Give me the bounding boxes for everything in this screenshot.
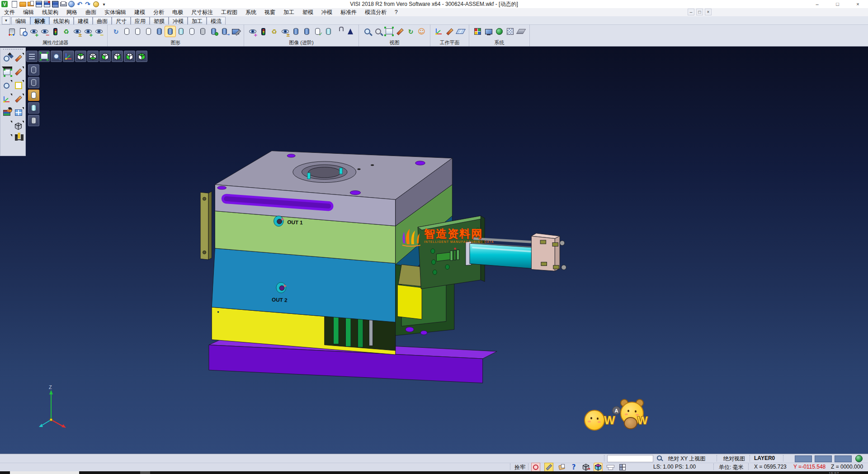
axes-arrows-icon[interactable] [1, 94, 12, 104]
cyl-pale-icon[interactable] [29, 103, 38, 113]
mdi-close-button[interactable]: × [705, 9, 712, 15]
cyl-copy-icon[interactable] [219, 26, 230, 37]
magnifier-speed3-button[interactable] [51, 51, 62, 62]
search-icon[interactable] [656, 455, 663, 461]
magnifier-speed3-icon[interactable] [52, 52, 61, 61]
pencil-line-icon[interactable] [395, 26, 405, 37]
wrench-screen-icon[interactable] [230, 26, 241, 37]
quick-search-input[interactable] [607, 455, 653, 462]
magnifier-speed-icon[interactable] [362, 26, 373, 37]
doc-search-icon[interactable] [18, 26, 28, 37]
refresh-blue-icon[interactable] [1, 121, 12, 132]
zoom-pm-icon[interactable] [1, 80, 12, 91]
menu-item[interactable]: 工程图 [217, 9, 241, 16]
window-tile-icon[interactable] [618, 463, 627, 471]
cyl-wire-b-icon[interactable] [29, 78, 38, 87]
cyl-green-pair-icon[interactable] [208, 26, 219, 37]
cyl-shaded-sel-icon[interactable] [29, 90, 38, 100]
menu-item[interactable]: 网格 [62, 9, 81, 16]
help-blue-icon[interactable] [570, 463, 578, 471]
traffic-light-b-icon[interactable] [258, 26, 269, 37]
menu-item[interactable]: 系统 [241, 9, 260, 16]
cube-iso-button[interactable] [136, 51, 147, 62]
cube-right-icon[interactable] [113, 52, 122, 61]
cube-bottom-icon[interactable] [88, 52, 98, 61]
globe-icon[interactable] [855, 455, 863, 462]
lock-toggle[interactable]: 拴牢 [514, 464, 525, 471]
menu-item[interactable]: 曲面 [81, 9, 100, 16]
pencil-walk-icon[interactable] [444, 26, 455, 37]
color-swatch[interactable] [795, 455, 812, 462]
wand-icon[interactable] [544, 463, 553, 472]
clip-cyl-icon[interactable] [334, 26, 344, 37]
dim-bar-icon[interactable] [13, 134, 24, 145]
shirt-icon[interactable] [606, 463, 614, 471]
tab-dropdown-button[interactable]: ▼ [2, 16, 10, 24]
eye-minus-yellow-icon[interactable] [94, 26, 104, 37]
pixel-grid-icon[interactable] [505, 26, 515, 37]
cyl-wire-b-button[interactable] [28, 77, 39, 88]
gold-clock-icon[interactable] [92, 0, 99, 8]
cyl-outline-c-icon[interactable] [143, 26, 154, 37]
palette-grip[interactable] [3, 49, 23, 52]
slant-plane-icon[interactable] [516, 26, 526, 37]
hand-card-icon[interactable] [557, 463, 566, 471]
question-mark-icon[interactable] [1, 134, 12, 145]
fit-rect3-button[interactable] [38, 51, 50, 62]
cyl-shaded-sel-button[interactable] [28, 90, 39, 101]
maximize-button[interactable]: □ [827, 0, 848, 8]
menu-item[interactable]: 标准件 [336, 9, 361, 16]
cube-gray-icon[interactable] [13, 121, 24, 132]
menu-item[interactable]: 加工 [279, 9, 298, 16]
save-icon[interactable] [35, 0, 42, 8]
fit-rect2-icon[interactable] [1, 66, 12, 77]
mdi-restore-button[interactable]: □ [696, 9, 703, 15]
cyl-wire-a-button[interactable] [28, 64, 39, 76]
cyl-wire-a-icon[interactable] [29, 65, 38, 75]
units-indicator[interactable]: 单位: 毫米 [719, 464, 744, 471]
cyl-cyan-icon[interactable] [176, 26, 186, 37]
menu-item[interactable]: 电极 [168, 9, 187, 16]
toolbar-tab[interactable]: 塑膜 [150, 17, 169, 24]
menu-bars-icon[interactable] [27, 52, 37, 61]
save-red-icon[interactable] [43, 0, 51, 8]
axes-compass-icon[interactable] [434, 26, 444, 37]
curve-pencil-icon[interactable] [13, 94, 24, 104]
smiley-icon[interactable] [416, 26, 427, 37]
cube-front-button[interactable] [99, 51, 111, 62]
menu-item[interactable]: 视窗 [260, 9, 279, 16]
cyl-dark-a-icon[interactable] [291, 26, 301, 37]
cyl-blue-sel-icon[interactable] [165, 26, 175, 37]
redo-icon[interactable] [84, 0, 91, 8]
cyl-blue-icon[interactable] [154, 26, 165, 37]
toolbar-tab[interactable]: 模流 [207, 17, 226, 24]
print-icon[interactable] [60, 0, 67, 8]
cyl-dark-b-icon[interactable] [302, 26, 312, 37]
globe-icon[interactable] [494, 26, 505, 37]
recycle-yellow-icon[interactable] [269, 26, 279, 37]
axes-triad-icon[interactable] [64, 52, 73, 61]
open-folder-icon[interactable] [19, 0, 26, 8]
pencil-s-icon[interactable] [13, 66, 24, 77]
fit-rect-icon[interactable] [384, 26, 394, 37]
window-blue-icon[interactable] [13, 107, 24, 118]
mdi-minimize-button[interactable]: – [688, 9, 694, 15]
traffic-light-icon[interactable] [50, 26, 61, 37]
menu-bars-button[interactable] [26, 51, 38, 62]
trash-brush-icon[interactable] [7, 26, 17, 37]
eye-pm-b-icon[interactable] [280, 26, 290, 37]
cube-bottom-button[interactable] [87, 51, 99, 62]
books-palette-icon[interactable] [1, 107, 12, 118]
eye-plusminus-icon[interactable] [72, 26, 82, 37]
save-stack-icon[interactable] [52, 0, 59, 8]
cyl-hatched-icon[interactable] [29, 116, 38, 125]
layer-indicator[interactable]: LAYER0 [754, 455, 775, 461]
cyl-striped-icon[interactable] [198, 26, 208, 37]
cyl-cyan-sm-icon[interactable] [323, 26, 334, 37]
check-box-icon[interactable] [13, 80, 24, 91]
menu-item[interactable]: 尺寸标注 [187, 9, 217, 16]
cyl-hatched-button[interactable] [28, 115, 39, 126]
fit-rect3-icon[interactable] [39, 52, 49, 61]
cube-right-button[interactable] [112, 51, 123, 62]
cube-top-button[interactable] [75, 51, 86, 62]
